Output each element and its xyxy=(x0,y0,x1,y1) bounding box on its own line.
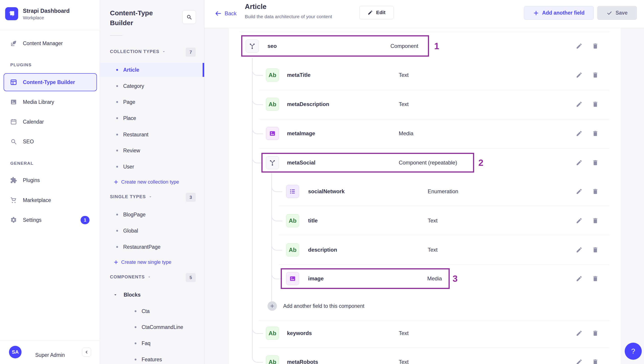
builder-group-label: Blocks xyxy=(124,292,140,298)
builder-item-category[interactable]: Category xyxy=(100,79,204,93)
builder-item-restaurant[interactable]: Restaurant xyxy=(100,128,204,141)
strapi-logo-icon xyxy=(5,7,18,20)
builder-item-user[interactable]: User xyxy=(100,160,204,174)
builder-item-place[interactable]: Place xyxy=(100,111,204,125)
picture-icon xyxy=(10,99,17,106)
gear-icon xyxy=(10,217,17,224)
annotation-number: 1 xyxy=(434,41,439,51)
field-name: metaTitle xyxy=(287,72,310,78)
delete-field-button[interactable] xyxy=(592,130,599,137)
builder-item-page[interactable]: Page xyxy=(100,95,204,109)
builder-sidebar-title: Content-Type Builder xyxy=(110,8,177,28)
plus-icon-wrap xyxy=(113,260,119,265)
delete-field-button[interactable] xyxy=(592,275,599,282)
delete-field-button[interactable] xyxy=(592,159,599,166)
help-button[interactable]: ? xyxy=(625,343,642,360)
builder-item-global[interactable]: Global xyxy=(100,224,204,238)
create-new-label: Create new collection type xyxy=(121,179,179,185)
edit-field-button[interactable] xyxy=(576,275,582,282)
row-divider xyxy=(259,90,609,90)
sidebar-item-seo[interactable]: SEO xyxy=(0,133,100,150)
collapse-sidebar-button[interactable] xyxy=(82,347,91,356)
caret-down-icon xyxy=(148,275,151,279)
edit-field-button[interactable] xyxy=(576,43,582,49)
delete-field-button[interactable] xyxy=(592,217,599,224)
row-divider xyxy=(259,347,609,348)
edit-field-button[interactable] xyxy=(576,358,582,364)
delete-field-button[interactable] xyxy=(592,188,599,195)
main-area: Back Article Build the data architecture… xyxy=(204,0,644,364)
field-name: metaDescription xyxy=(287,101,329,107)
search-button[interactable] xyxy=(182,10,196,24)
sidebar-item-label: Settings xyxy=(23,217,42,223)
edit-field-button[interactable] xyxy=(576,101,582,108)
edit-field-button[interactable] xyxy=(576,159,582,166)
sidebar-item-marketplace[interactable]: Marketplace xyxy=(0,192,100,208)
delete-field-button[interactable] xyxy=(592,247,599,253)
delete-field-button[interactable] xyxy=(592,358,599,364)
add-field-to-component-label[interactable]: Add another field to this component xyxy=(283,303,364,309)
pencil-icon xyxy=(576,101,582,108)
builder-group-blocks[interactable]: Blocks xyxy=(100,288,204,302)
trash-icon xyxy=(592,43,599,49)
builder-item-faq[interactable]: Faq xyxy=(100,336,204,350)
sidebar-item-settings[interactable]: Settings1 xyxy=(0,212,100,228)
edit-field-button[interactable] xyxy=(576,130,582,137)
add-field-to-component-button[interactable] xyxy=(268,301,277,311)
active-indicator xyxy=(202,63,204,77)
field-type: Text xyxy=(428,247,438,253)
plus-icon xyxy=(113,260,119,265)
delete-field-button[interactable] xyxy=(592,43,599,49)
sidebar-item-calendar[interactable]: Calendar xyxy=(0,114,100,130)
section-header-single-types[interactable]: SINGLE TYPES xyxy=(110,194,152,199)
sidebar-item-content-type-builder[interactable]: Content-Type Builder xyxy=(0,74,100,90)
trash-icon xyxy=(592,247,599,253)
bullet-icon xyxy=(116,214,118,216)
back-link[interactable]: Back xyxy=(215,10,236,17)
bullet-icon xyxy=(116,150,118,151)
section-header-collection-types[interactable]: COLLECTION TYPES xyxy=(110,49,166,54)
builder-item-label: RestaurantPage xyxy=(123,244,160,250)
builder-item-ctacommandline[interactable]: CtaCommandLine xyxy=(100,320,204,334)
settings-badge: 1 xyxy=(80,216,90,224)
edit-field-button[interactable] xyxy=(576,247,582,253)
field-name: description xyxy=(308,247,337,253)
trash-icon xyxy=(592,130,599,137)
add-another-field-button[interactable]: Add another field xyxy=(524,6,594,20)
field-type: Text xyxy=(399,330,408,336)
builder-item-blogpage[interactable]: BlogPage xyxy=(100,208,204,222)
avatar[interactable]: SA xyxy=(9,346,22,358)
trash-icon xyxy=(592,275,599,282)
field-name: metaImage xyxy=(287,130,315,137)
pencil-icon xyxy=(368,10,373,15)
bullet-icon xyxy=(135,342,136,344)
delete-field-button[interactable] xyxy=(592,101,599,108)
row-divider xyxy=(240,32,609,32)
builder-item-restaurantpage[interactable]: RestaurantPage xyxy=(100,240,204,254)
builder-item-cta[interactable]: Cta xyxy=(100,304,204,318)
create-new-action[interactable]: Create new collection type xyxy=(100,176,204,188)
delete-field-button[interactable] xyxy=(592,72,599,78)
builder-item-label: Page xyxy=(123,99,135,105)
row-divider xyxy=(279,264,609,264)
section-count-badge: 5 xyxy=(186,273,196,282)
edit-field-button[interactable] xyxy=(576,330,582,337)
edit-field-button[interactable] xyxy=(576,72,582,78)
delete-field-button[interactable] xyxy=(592,330,599,337)
sidebar-item-media-library[interactable]: Media Library xyxy=(0,94,100,110)
caret-down-icon xyxy=(113,293,117,297)
builder-item-review[interactable]: Review xyxy=(100,144,204,157)
builder-item-label: Article xyxy=(123,67,139,73)
builder-item-features[interactable]: Features xyxy=(100,352,204,364)
edit-button[interactable]: Edit xyxy=(360,6,394,19)
edit-field-button[interactable] xyxy=(576,188,582,195)
sidebar-item-plugins[interactable]: Plugins xyxy=(0,172,100,188)
sidebar-item-label: SEO xyxy=(23,139,34,145)
sidebar-item-content-manager[interactable]: Content Manager xyxy=(0,35,100,52)
save-button[interactable]: Save xyxy=(597,6,637,20)
builder-item-article[interactable]: Article xyxy=(100,63,204,77)
section-header-components[interactable]: COMPONENTS xyxy=(110,274,151,280)
create-new-action[interactable]: Create new single type xyxy=(100,256,204,269)
trash-icon xyxy=(592,101,599,108)
edit-field-button[interactable] xyxy=(576,217,582,224)
